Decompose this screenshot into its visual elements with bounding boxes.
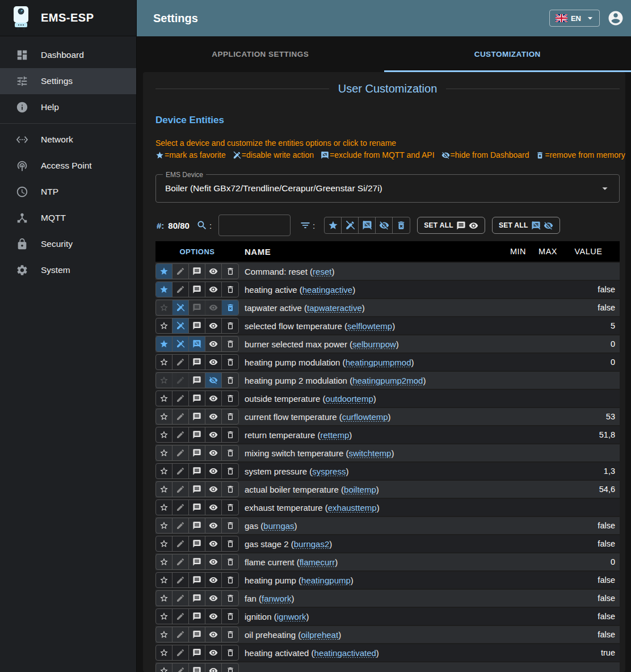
- option-dash-button[interactable]: [205, 464, 222, 478]
- option-mqtt-button[interactable]: [189, 645, 205, 660]
- option-dash-button[interactable]: [205, 482, 222, 497]
- option-mqtt-button[interactable]: [189, 318, 205, 333]
- option-mqtt-button[interactable]: [189, 627, 205, 642]
- option-fav-button[interactable]: [156, 482, 173, 497]
- option-write-button[interactable]: [173, 337, 189, 351]
- option-mqtt-button[interactable]: [189, 391, 205, 406]
- option-fav-button[interactable]: [156, 427, 173, 442]
- entity-shortname-link[interactable]: switchtemp: [348, 448, 391, 458]
- option-dash-button[interactable]: [205, 500, 222, 515]
- option-write-button[interactable]: [173, 409, 189, 424]
- sidebar-item-help[interactable]: Help: [0, 94, 136, 120]
- option-write-button[interactable]: [173, 627, 189, 642]
- option-fav-button[interactable]: [156, 446, 173, 460]
- entity-shortname-link[interactable]: syspress: [312, 467, 346, 476]
- option-mem-button[interactable]: [222, 282, 238, 297]
- option-dash-button[interactable]: [205, 355, 222, 369]
- entity-shortname-link[interactable]: exhausttemp: [328, 503, 377, 513]
- option-mqtt-button[interactable]: [189, 591, 205, 606]
- option-fav-button[interactable]: [156, 318, 173, 333]
- option-dash-button[interactable]: [205, 536, 222, 551]
- option-fav-button[interactable]: [156, 300, 173, 315]
- option-fav-button[interactable]: [156, 573, 173, 587]
- option-dash-button[interactable]: [205, 391, 222, 406]
- entity-shortname-link[interactable]: reset: [313, 267, 331, 276]
- entity-shortname-link[interactable]: outdoortemp: [326, 394, 373, 404]
- option-fav-button[interactable]: [156, 536, 173, 551]
- option-fav-button[interactable]: [156, 591, 173, 606]
- option-mqtt-button[interactable]: [189, 518, 205, 533]
- sidebar-item-security[interactable]: Security: [0, 231, 136, 257]
- option-write-button[interactable]: [173, 555, 189, 569]
- sidebar-item-dashboard[interactable]: Dashboard: [0, 42, 136, 68]
- option-mem-button[interactable]: [222, 391, 238, 406]
- option-dash-button[interactable]: [205, 627, 222, 642]
- option-mqtt-button[interactable]: [189, 446, 205, 460]
- entity-shortname-link[interactable]: boiltemp: [344, 485, 376, 494]
- option-mqtt-button[interactable]: [189, 300, 205, 315]
- option-write-button[interactable]: [173, 264, 189, 279]
- option-mem-button[interactable]: [222, 464, 238, 478]
- option-write-button[interactable]: [173, 427, 189, 442]
- entity-shortname-link[interactable]: heatingpump: [301, 576, 351, 585]
- option-mem-button[interactable]: [222, 536, 238, 551]
- option-mem-button[interactable]: [222, 573, 238, 587]
- option-write-button[interactable]: [173, 663, 189, 672]
- search-input[interactable]: [218, 215, 291, 236]
- option-mem-button[interactable]: [222, 663, 238, 672]
- option-dash-button[interactable]: [205, 446, 222, 460]
- language-selector-button[interactable]: EN: [549, 10, 600, 27]
- option-dash-button[interactable]: [205, 373, 222, 388]
- option-write-button[interactable]: [173, 573, 189, 587]
- option-mqtt-button[interactable]: [189, 536, 205, 551]
- option-dash-button[interactable]: [205, 573, 222, 587]
- option-fav-button[interactable]: [156, 355, 173, 369]
- set-all-hide-button[interactable]: SET ALL: [492, 217, 560, 234]
- option-write-button[interactable]: [173, 464, 189, 478]
- option-write-button[interactable]: [173, 482, 189, 497]
- option-mqtt-button[interactable]: [189, 337, 205, 351]
- option-mem-button[interactable]: [222, 482, 238, 497]
- option-mqtt-button[interactable]: [189, 500, 205, 515]
- entity-shortname-link[interactable]: oilpreheat: [301, 630, 338, 640]
- option-mqtt-button[interactable]: [189, 264, 205, 279]
- sidebar-item-access-point[interactable]: Access Point: [0, 153, 136, 179]
- option-fav-button[interactable]: [156, 409, 173, 424]
- option-fav-button[interactable]: [156, 337, 173, 351]
- option-mqtt-button[interactable]: [189, 573, 205, 587]
- option-write-button[interactable]: [173, 282, 189, 297]
- entity-shortname-link[interactable]: ignwork: [277, 612, 306, 621]
- option-mem-button[interactable]: [222, 427, 238, 442]
- entity-shortname-link[interactable]: curflowtemp: [342, 412, 388, 422]
- entity-shortname-link[interactable]: flamecurr: [300, 557, 335, 567]
- option-write-button[interactable]: [173, 591, 189, 606]
- entity-shortname-link[interactable]: tapwateractive: [307, 303, 362, 313]
- entity-shortname-link[interactable]: burngas2: [294, 539, 330, 549]
- option-mem-button[interactable]: [222, 300, 238, 315]
- option-mqtt-button[interactable]: [189, 464, 205, 478]
- entity-shortname-link[interactable]: heatingpumpmod: [346, 358, 411, 367]
- option-dash-button[interactable]: [205, 609, 222, 624]
- option-dash-button[interactable]: [205, 591, 222, 606]
- sidebar-item-mqtt[interactable]: MQTT: [0, 205, 136, 231]
- option-dash-button[interactable]: [205, 409, 222, 424]
- filter-delete-forever-button[interactable]: [393, 217, 410, 233]
- option-fav-button[interactable]: [156, 264, 173, 279]
- option-fav-button[interactable]: [156, 373, 173, 388]
- option-mem-button[interactable]: [222, 555, 238, 569]
- option-fav-button[interactable]: [156, 391, 173, 406]
- option-fav-button[interactable]: [156, 645, 173, 660]
- option-mem-button[interactable]: [222, 645, 238, 660]
- filter-edit-off-button[interactable]: [342, 217, 359, 233]
- user-avatar-icon[interactable]: [607, 10, 624, 27]
- option-mqtt-button[interactable]: [189, 282, 205, 297]
- entity-shortname-link[interactable]: burngas: [263, 521, 294, 531]
- option-mqtt-button[interactable]: [189, 609, 205, 624]
- tab-application-settings[interactable]: APPLICATION SETTINGS: [137, 36, 384, 72]
- filter-comment-off-button[interactable]: [359, 217, 376, 233]
- option-mem-button[interactable]: [222, 318, 238, 333]
- sidebar-item-settings[interactable]: Settings: [0, 68, 136, 94]
- option-write-button[interactable]: [173, 645, 189, 660]
- entity-shortname-link[interactable]: selburnpow: [352, 339, 396, 349]
- option-fav-button[interactable]: [156, 609, 173, 624]
